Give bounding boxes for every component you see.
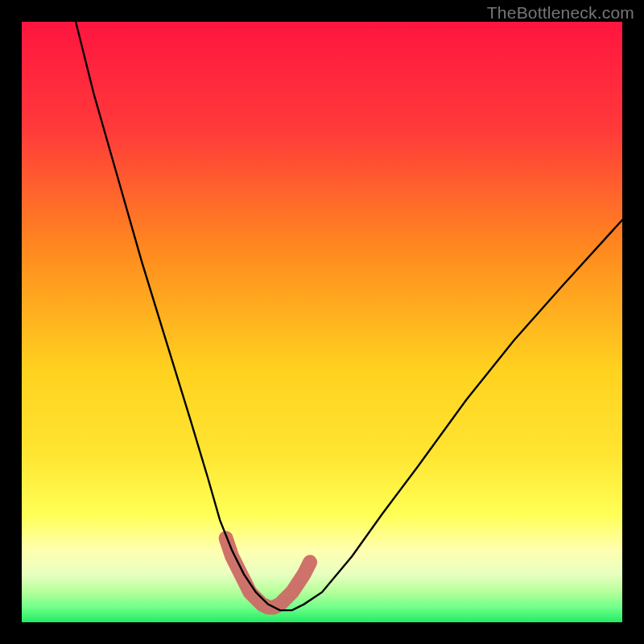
watermark-label: TheBottleneck.com [487, 3, 634, 23]
chart-svg [22, 22, 622, 622]
outer-frame: TheBottleneck.com [0, 0, 644, 644]
marker-band [226, 539, 311, 608]
plot-area [22, 22, 622, 622]
bottleneck-curve [76, 22, 622, 610]
